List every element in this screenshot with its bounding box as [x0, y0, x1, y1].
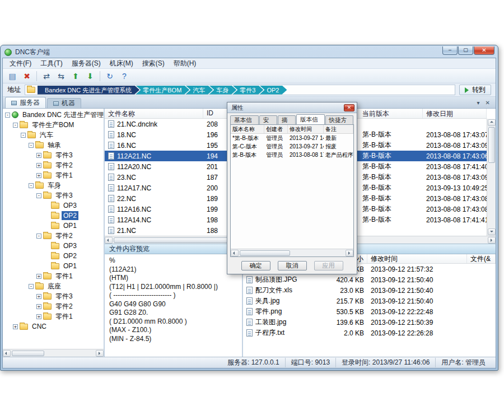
scroll-right-icon[interactable] [96, 350, 104, 357]
menu-item-3[interactable]: 机床(M) [105, 58, 138, 69]
dialog-column-header-2[interactable]: 修改时间 [288, 125, 324, 133]
menu-item-1[interactable]: 工具(T) [36, 58, 67, 69]
attachment-row-工装图.jpg[interactable]: 工装图.jpg139.6 KB2013-09-12 21:50:39 [243, 317, 496, 328]
expand-icon[interactable]: + [36, 304, 41, 309]
tree-item-轴承[interactable]: -轴承 [3, 140, 104, 150]
tree-item-车身[interactable]: -车身 [3, 180, 104, 190]
scroll-left-icon[interactable] [105, 237, 113, 244]
scroll-left-icon[interactable] [3, 350, 11, 357]
expand-icon[interactable]: + [36, 163, 41, 168]
title-bar[interactable]: DNC客户端 – ▢ ✕ [1, 45, 498, 58]
chevron-down-icon[interactable]: ▾ [477, 100, 480, 106]
dialog-tab-摘要[interactable]: 摘要 [278, 115, 296, 124]
menu-item-0[interactable]: 文件(F) [5, 58, 36, 69]
send-to-machine-button[interactable]: ⇄ [40, 70, 53, 82]
scroll-down-icon[interactable] [488, 228, 496, 235]
collapse-icon[interactable]: - [36, 234, 41, 239]
expand-icon[interactable]: + [36, 314, 41, 319]
download-button[interactable]: ⬇ [83, 70, 97, 82]
tab-机器[interactable]: 机器 [47, 98, 81, 108]
tab-服务器[interactable]: 服务器 [5, 97, 46, 108]
menu-item-4[interactable]: 搜索(S) [138, 58, 169, 69]
attachment-row-配刀文件.xls[interactable]: 配刀文件.xls23.0 KB2013-09-12 21:50:40 [243, 285, 496, 296]
close-button[interactable]: ✕ [474, 46, 494, 55]
dialog-column-header-1[interactable]: 创建者 [264, 125, 288, 133]
tab-close-icon[interactable]: ✕ [486, 100, 490, 106]
expand-icon[interactable]: + [36, 173, 41, 178]
tree-item-零件2[interactable]: +零件2 [3, 160, 104, 170]
dialog-version-row-0[interactable]: *第-B-版本管理员2013-09-27 14:…最新 [231, 134, 353, 142]
refresh-button[interactable]: ↻ [103, 70, 116, 82]
tree-item-零件2[interactable]: +零件2 [3, 301, 104, 311]
ok-button[interactable]: 确定 [241, 261, 270, 270]
tree-item-零件1[interactable]: +零件1 [3, 311, 104, 321]
dialog-version-row-1[interactable]: 第-C-版本管理员2013-09-27 14:…报废 [231, 142, 353, 151]
scrollbar-thumb[interactable] [114, 237, 237, 243]
tree-item-零件生产BOM[interactable]: -零件生产BOM [3, 120, 104, 130]
receive-from-machine-button[interactable]: ⇆ [54, 70, 68, 82]
attachment-row-夹具.jpg[interactable]: 夹具.jpg215.7 KB2013-09-12 21:50:40 [243, 296, 496, 306]
scrollbar-thumb[interactable] [488, 127, 495, 163]
scroll-right-icon[interactable] [488, 237, 496, 244]
tree-horizontal-scrollbar[interactable] [3, 349, 104, 357]
dialog-tab-安全[interactable]: 安全 [259, 115, 277, 124]
edit-program-button[interactable]: ▤ [6, 70, 19, 82]
dialog-column-header-3[interactable]: 备注 [324, 125, 353, 133]
tree-item-零件3[interactable]: +零件3 [3, 150, 104, 160]
file-column-header-4[interactable]: 修改日期 [423, 109, 487, 118]
maximize-button[interactable]: ▢ [458, 46, 473, 55]
collapse-icon[interactable]: - [29, 183, 34, 188]
tree-item-零件2[interactable]: -零件2 [3, 231, 104, 241]
menu-item-5[interactable]: 帮助(H) [169, 58, 201, 69]
tree-item-零件3[interactable]: +零件3 [3, 291, 104, 301]
attachment-row-制品顶图.JPG[interactable]: 制品顶图.JPG420.4 KB2013-09-12 21:50:40 [243, 274, 496, 285]
expand-icon[interactable]: + [36, 294, 41, 299]
dialog-version-row-2[interactable]: 第-B-版本管理员2013-08-08 17:…老产品程序 [231, 151, 353, 159]
scrollbar-thumb[interactable] [12, 351, 44, 356]
file-vertical-scrollbar[interactable] [487, 119, 496, 236]
tree-item-零件1[interactable]: +零件1 [3, 170, 104, 180]
breadcrumb-segment-3[interactable]: 车身 [209, 86, 236, 95]
expand-icon[interactable]: + [36, 153, 41, 158]
expand-icon[interactable]: + [13, 324, 18, 329]
breadcrumb-segment-2[interactable]: 汽车 [185, 86, 213, 95]
dialog-title-bar[interactable]: 属性 ✕ [227, 102, 357, 113]
dialog-close-button[interactable]: ✕ [344, 104, 354, 111]
attach-column-header-2[interactable]: 修改时间 [367, 254, 467, 263]
collapse-icon[interactable]: - [29, 143, 34, 148]
tree-item-CNC[interactable]: +CNC [3, 321, 104, 332]
delete-button[interactable]: ✖ [20, 70, 34, 82]
tree-item-OP3[interactable]: OP3 [3, 200, 104, 211]
cancel-button[interactable]: 取消 [278, 261, 307, 270]
scroll-left-icon[interactable] [231, 250, 239, 256]
scroll-up-icon[interactable] [488, 119, 496, 126]
collapse-icon[interactable]: - [21, 133, 26, 138]
breadcrumb-segment-4[interactable]: 零件3 [232, 86, 263, 95]
collapse-icon[interactable]: - [36, 193, 41, 198]
go-button[interactable]: 转到 [459, 85, 491, 95]
breadcrumb-segment-0[interactable]: Bandex DNC 先进生产管理系统 [38, 86, 139, 95]
tree-item-底座[interactable]: -底座 [3, 281, 104, 291]
dialog-tab-版本信息[interactable]: 版本信息 [296, 114, 325, 124]
tree-item-汽车[interactable]: -汽车 [3, 130, 104, 140]
attach-column-header-3[interactable]: 文件(& [467, 254, 496, 263]
help-button[interactable]: ? [118, 70, 131, 82]
expand-icon[interactable]: + [36, 274, 41, 279]
breadcrumb-segment-1[interactable]: 零件生产BOM [136, 86, 189, 95]
dialog-tab-快捷方式[interactable]: 快捷方式 [325, 115, 354, 124]
tree-item-OP1[interactable]: OP1 [3, 221, 104, 231]
tree-item-OP3[interactable]: OP3 [3, 241, 104, 251]
dialog-column-header-0[interactable]: 版本名称 [231, 125, 264, 133]
dialog-horizontal-scrollbar[interactable] [231, 249, 353, 256]
file-column-header-3[interactable]: 当前版本 [359, 109, 423, 118]
upload-button[interactable]: ⬆ [69, 70, 82, 82]
attachment-row-子程序.txt[interactable]: 子程序.txt2.0 KB2013-09-12 22:26:28 [243, 328, 496, 338]
collapse-icon[interactable]: - [5, 113, 10, 118]
tree-item-零件3[interactable]: -零件3 [3, 190, 104, 200]
tree-item-Bandex DNC 先进生产管理系统[interactable]: -Bandex DNC 先进生产管理系统 [3, 110, 104, 120]
tree-item-OP2[interactable]: OP2 [3, 211, 104, 221]
dialog-tab-基本信息[interactable]: 基本信息 [230, 115, 259, 124]
scroll-right-icon[interactable] [346, 250, 353, 256]
attachment-row-零件.png[interactable]: 零件.png530.5 KB2013-09-12 22:22:48 [243, 306, 496, 317]
tree-item-零件1[interactable]: +零件1 [3, 271, 104, 281]
